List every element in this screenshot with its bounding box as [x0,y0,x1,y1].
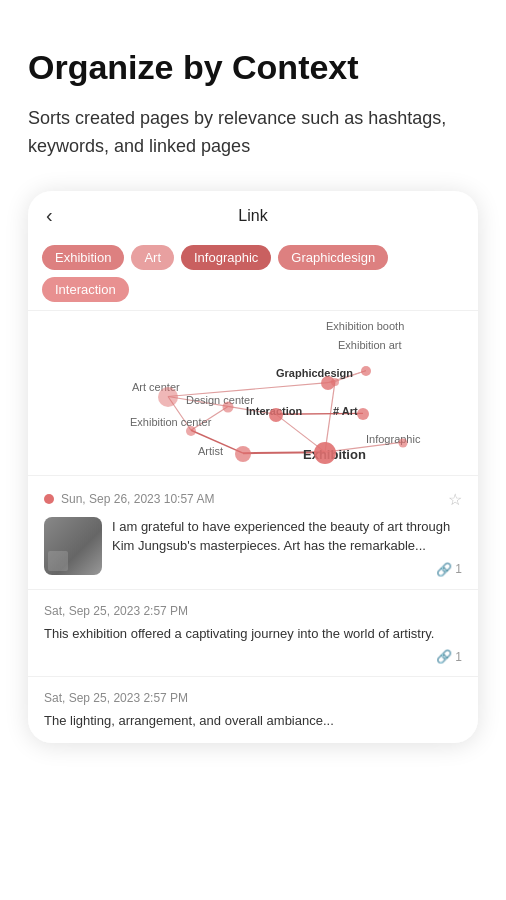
entry-link-count-2: 🔗 1 [44,649,462,664]
node-exhibition-art: Exhibition art [338,339,402,351]
screen-title: Link [238,207,267,225]
tag-art[interactable]: Art [131,245,174,270]
node-exhibition-center: Exhibition center [130,416,211,428]
star-icon-1[interactable]: ☆ [448,490,462,509]
node-exhibition-booth: Exhibition booth [326,320,404,332]
entry-text-wrapper-1: I am grateful to have experienced the be… [112,517,462,577]
entry-date-3: Sat, Sep 25, 2023 2:57 PM [44,691,462,705]
page-title: Organize by Context [28,48,478,87]
page-subtitle: Sorts created pages by relevance such as… [28,105,478,161]
tag-infographic[interactable]: Infographic [181,245,271,270]
node-design-center: Design center [186,394,254,406]
node-dot-hash-art [357,408,369,420]
entry-dot-1 [44,494,54,504]
node-dot-graphicdesign [321,376,335,390]
app-screen: ‹ Link Exhibition Art Infographic Graphi… [28,191,478,743]
node-dot-exhibition-booth [361,366,371,376]
node-dot-art-center [158,387,178,407]
entry-card-2: Sat, Sep 25, 2023 2:57 PM This exhibitio… [28,589,478,677]
node-dot-interaction [269,408,283,422]
entry-link-count-1: 🔗 1 [112,562,462,577]
node-infographic: Infographic [366,433,420,445]
entry-header-1: Sun, Sep 26, 2023 10:57 AM ☆ [44,490,462,509]
entry-text-1: I am grateful to have experienced the be… [112,517,462,556]
entry-body-1: I am grateful to have experienced the be… [44,517,462,577]
link-icon-2: 🔗 [436,649,452,664]
node-dot-exhibition [314,442,336,464]
tag-graphicdesign[interactable]: Graphicdesign [278,245,388,270]
entry-card-3: Sat, Sep 25, 2023 2:57 PM The lighting, … [28,676,478,743]
entry-link-number-1: 1 [455,562,462,576]
entry-date-row-1: Sun, Sep 26, 2023 10:57 AM [44,492,214,506]
node-dot-exhibition-center [186,426,196,436]
tag-exhibition[interactable]: Exhibition [42,245,124,270]
node-artist: Artist [198,445,223,457]
entry-date-2: Sat, Sep 25, 2023 2:57 PM [44,604,462,618]
node-dot-infographic [399,438,408,447]
node-dot-artist [235,446,251,462]
entry-text-3: The lighting, arrangement, and overall a… [44,711,462,731]
entry-thumbnail-1 [44,517,102,575]
node-dot-design-center [223,401,234,412]
node-graphicdesign: Graphicdesign [276,367,353,379]
entry-date-1: Sun, Sep 26, 2023 10:57 AM [61,492,214,506]
back-button[interactable]: ‹ [46,204,53,227]
entry-card-1: Sun, Sep 26, 2023 10:57 AM ☆ I am gratef… [28,475,478,589]
entry-link-number-2: 1 [455,650,462,664]
top-bar: ‹ Link [28,191,478,235]
link-icon-1: 🔗 [436,562,452,577]
node-hash-art: # Art [333,405,358,417]
entry-text-2: This exhibition offered a captivating jo… [44,624,462,644]
tag-interaction[interactable]: Interaction [42,277,129,302]
phone-mockup: ‹ Link Exhibition Art Infographic Graphi… [28,191,478,743]
entry-thumb-inner-1 [44,517,102,575]
graph-svg [28,311,478,475]
tags-row: Exhibition Art Infographic Graphicdesign… [28,235,478,310]
graph-area: Exhibition booth Exhibition art Graphicd… [28,310,478,475]
page-container: Organize by Context Sorts created pages … [0,0,506,900]
